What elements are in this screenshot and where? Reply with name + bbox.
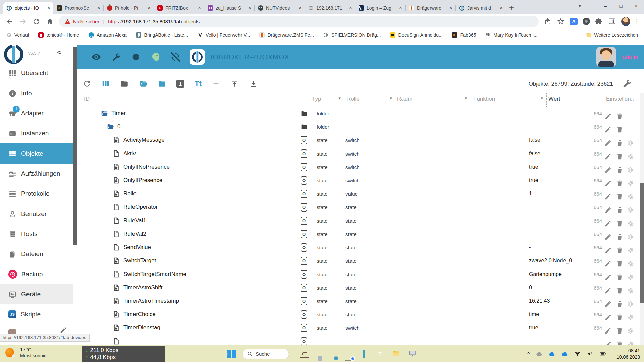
sidebar-item-info[interactable]: Info (0, 83, 73, 103)
onedrive-cloud-blue-icon[interactable] (561, 350, 568, 357)
table-row[interactable]: RuleVal2Ostatestate664 (77, 227, 640, 241)
back-icon[interactable] (5, 17, 14, 26)
folder-view-icon[interactable] (158, 79, 166, 88)
sidebar-item-objekte[interactable]: Objekte (0, 143, 73, 164)
columns-view-icon[interactable] (101, 79, 110, 88)
tab-search-icon[interactable]: ▾ (579, 3, 581, 9)
collapse-all-folder-icon[interactable] (120, 79, 129, 88)
bookmark-item[interactable]: VVello | Feuerwehr V... (197, 32, 250, 38)
bookmark-item[interactable]: DocuSign-Anmeldu... (390, 32, 442, 38)
maximize-button[interactable]: □ (613, 0, 629, 11)
table-row[interactable]: SwitchTargetOstatestatezwave2.0.Node_0..… (77, 254, 640, 267)
close-tab-icon[interactable]: × (198, 5, 201, 11)
bookmark-item[interactable]: SPIELVERSION Dräg... (323, 32, 381, 38)
table-row[interactable]: ActivityMessageOstateswitchfalse664 (77, 133, 640, 147)
table-row[interactable]: SwitchTargetSmartNameOstatestateGartenpu… (77, 267, 640, 281)
chevron-down-icon[interactable]: ▾ (338, 96, 341, 101)
network-speed-widget[interactable]: ↓211,0 Kbps ↑44,8 Kbps (82, 346, 165, 362)
sidebar-item-adapter[interactable]: 1Adapter (0, 103, 73, 123)
onedrive-cloud-gray-icon[interactable] (536, 350, 543, 357)
settings-wrench-icon[interactable] (111, 52, 121, 62)
filter-typ[interactable]: Typ ▾ (310, 93, 342, 107)
taskbar-app-chrome[interactable] (342, 347, 354, 361)
taskbar-app-folder[interactable] (390, 347, 402, 361)
sidebar-item-protokolle[interactable]: Protokolle (0, 184, 73, 204)
table-row[interactable]: AktivOstateswitchfalse664 (77, 147, 640, 160)
volume-icon[interactable] (587, 350, 594, 357)
close-tab-icon[interactable]: × (47, 5, 50, 11)
expert-mode-head-icon[interactable] (151, 52, 161, 62)
close-tab-icon[interactable]: × (449, 5, 452, 11)
table-row[interactable]: TimerDienstagOstateswitchtrue664 (77, 321, 640, 335)
chevron-down-icon[interactable]: ▾ (541, 96, 543, 101)
browser-tab[interactable]: XProxmoxSe× (53, 2, 103, 14)
delete-trash-icon[interactable] (616, 338, 623, 345)
browser-tab[interactable]: objects - IO× (3, 2, 53, 14)
extensions-puzzle-icon[interactable] (595, 17, 603, 25)
taskbar-clock[interactable]: 08:41 10.06.2023 (616, 348, 640, 360)
bookmark-star-icon[interactable] (557, 17, 565, 25)
translate-extension-icon[interactable]: A (570, 18, 578, 25)
close-tab-icon[interactable]: × (399, 5, 402, 11)
reload-icon[interactable] (32, 17, 41, 26)
table-row[interactable]: TimerChoiceOstatestatetime664 (77, 308, 640, 321)
sidebar-item-aufz-hlungen[interactable]: Aufzählungen (0, 164, 73, 184)
close-tab-icon[interactable]: × (500, 5, 503, 11)
sidebar-item-skripte[interactable]: JSSkripte (0, 304, 73, 324)
table-row[interactable]: Timerfolder664 (77, 107, 640, 120)
close-tab-icon[interactable]: × (148, 5, 151, 11)
expert-mode-icon[interactable]: 1 (176, 80, 184, 88)
browser-tab[interactable]: NUTVideos× (255, 2, 305, 14)
taskbar-app-navyapp[interactable] (326, 347, 337, 361)
taskbar-search[interactable]: Suche (242, 349, 289, 359)
profile-avatar[interactable] (621, 17, 630, 26)
bookmark-item[interactable]: Fab365 (452, 32, 476, 38)
column-settings-wrench-icon[interactable] (622, 78, 632, 88)
table-row[interactable]: TimerAstroShiftOstatestate0664 (77, 281, 640, 294)
sidebar-item-dateien[interactable]: Dateien (0, 244, 73, 264)
table-row[interactable]: OnlyIfNoPresenceOstateswitchtrue664 (77, 160, 640, 174)
browser-tab[interactable]: Jarvis mit d× (456, 2, 506, 14)
filter-raum[interactable]: Raum ▾ (395, 93, 468, 107)
browser-tab[interactable]: Pi-hole - Pi× (104, 2, 154, 14)
bookmark-item[interactable]: Verlauf (6, 32, 29, 38)
table-row[interactable]: O (77, 335, 640, 345)
table-row[interactable]: OnlyIfPresenceOstateswitchtrue664 (77, 174, 640, 187)
close-tab-icon[interactable]: × (248, 5, 251, 11)
browser-tab[interactable]: Login – Zug× (355, 2, 405, 14)
table-row[interactable]: RuleOperatorOstatestate664 (77, 200, 640, 214)
taskbar-app-monitor[interactable] (407, 347, 418, 361)
settings-gear-icon[interactable] (627, 338, 634, 345)
table-row[interactable]: RolleOstatevalue1664 (77, 187, 640, 200)
sidebar-item-benutzer[interactable]: Benutzer (0, 204, 73, 224)
bookmark-item[interactable]: Amazon Alexa (88, 32, 127, 38)
sidebar-item-instanzen[interactable]: Instanzen (0, 123, 73, 143)
battery-icon[interactable] (599, 350, 606, 357)
sidebar-item-ger-te[interactable]: Geräte (0, 284, 73, 304)
weather-widget[interactable]: 17°C Meist sonnig (5, 347, 47, 359)
user-avatar[interactable] (596, 47, 616, 67)
minimize-button[interactable]: – (598, 0, 613, 11)
sidebar-scrollbar[interactable] (73, 47, 77, 245)
add-object-icon[interactable] (212, 79, 220, 88)
bookmark-item[interactable]: tonies® - Home (38, 32, 79, 38)
browser-tab[interactable]: Drägerware× (406, 2, 455, 14)
chevron-down-icon[interactable]: ▾ (465, 96, 467, 101)
sidebar-item--bersicht[interactable]: Übersicht (0, 63, 73, 83)
edit-pencil-icon[interactable] (604, 338, 612, 345)
home-icon[interactable] (46, 17, 54, 26)
bookmark-item[interactable]: BringABottle - Liste... (136, 32, 189, 38)
expand-all-folder-icon[interactable] (139, 79, 148, 88)
taskbar-app-teams[interactable] (374, 347, 386, 361)
column-id[interactable]: ID (84, 96, 90, 102)
close-tab-icon[interactable]: × (299, 5, 302, 11)
menu-kebab-icon[interactable]: ⋮ (635, 17, 639, 25)
tray-chevron-up-icon[interactable]: ^ (527, 351, 530, 357)
side-panel-icon[interactable] (608, 17, 616, 25)
close-button[interactable]: × (629, 0, 644, 11)
other-bookmarks[interactable]: Weitere Lesezeichen (586, 32, 638, 38)
bookmark-item[interactable]: MKMary Kay InTouch |... (485, 32, 537, 38)
bug-icon[interactable] (131, 52, 141, 62)
collapse-sidebar-icon[interactable]: < (57, 48, 61, 56)
omnibox[interactable]: Nicht sicher | https://192.168.171.35:80… (59, 16, 539, 27)
